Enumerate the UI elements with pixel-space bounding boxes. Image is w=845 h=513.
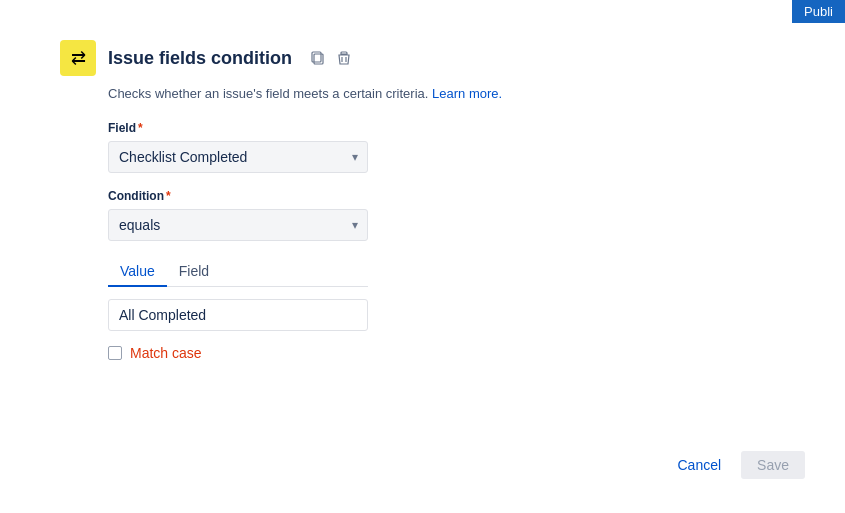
field-label: Field* — [108, 121, 540, 135]
match-case-row: Match case — [108, 345, 540, 361]
icon-actions — [308, 48, 354, 68]
tabs-row: Value Field — [108, 257, 368, 287]
field-select-wrapper: Checklist Completed ▾ — [108, 141, 368, 173]
footer-actions: Cancel Save — [0, 451, 845, 479]
top-bar-label: Publi — [804, 4, 833, 19]
page-title: Issue fields condition — [108, 48, 292, 69]
top-bar: Publi — [792, 0, 845, 23]
learn-more-link[interactable]: Learn more. — [432, 86, 502, 101]
match-case-checkbox[interactable] — [108, 346, 122, 360]
description: Checks whether an issue's field meets a … — [60, 86, 540, 101]
condition-select[interactable]: equals — [108, 209, 368, 241]
delete-button[interactable] — [334, 48, 354, 68]
field-select[interactable]: Checklist Completed — [108, 141, 368, 173]
copy-button[interactable] — [308, 48, 328, 68]
tab-field[interactable]: Field — [167, 257, 221, 287]
condition-label: Condition* — [108, 189, 540, 203]
condition-icon: ⇄ — [60, 40, 96, 76]
save-button[interactable]: Save — [741, 451, 805, 479]
main-content: ⇄ Issue fields condition Checks whether … — [0, 0, 600, 431]
value-input[interactable] — [108, 299, 368, 331]
match-case-label[interactable]: Match case — [130, 345, 202, 361]
tab-value[interactable]: Value — [108, 257, 167, 287]
form-section: Field* Checklist Completed ▾ Condition* … — [60, 121, 540, 361]
header-row: ⇄ Issue fields condition — [60, 40, 540, 76]
condition-select-wrapper: equals ▾ — [108, 209, 368, 241]
cancel-button[interactable]: Cancel — [665, 451, 733, 479]
